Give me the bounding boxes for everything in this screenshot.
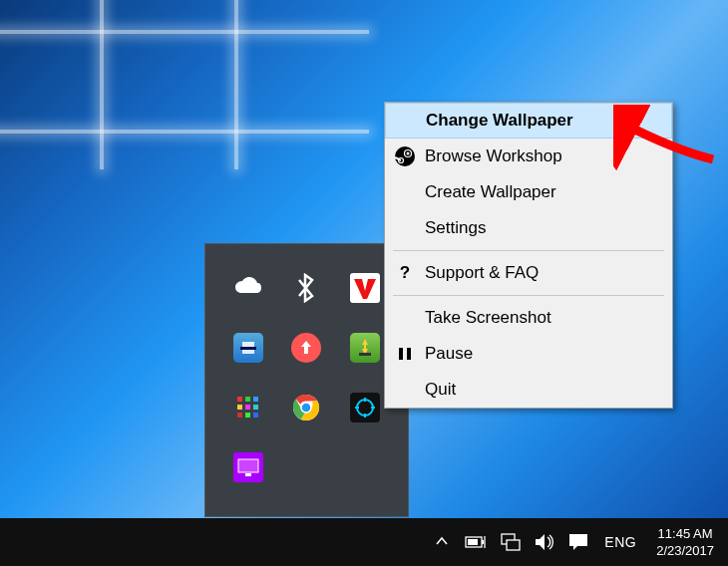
svg-rect-1 (240, 347, 256, 350)
menu-pause[interactable]: Pause (385, 336, 672, 372)
menu-browse-workshop[interactable]: Browse Workshop (385, 139, 672, 174)
tray-pixels-icon[interactable] (233, 393, 263, 423)
svg-rect-8 (253, 405, 258, 410)
pause-icon (385, 347, 425, 361)
tray-wallpaper-engine-icon[interactable] (350, 393, 380, 423)
tray-idm-icon[interactable] (350, 333, 380, 363)
network-icon[interactable] (501, 533, 521, 551)
clock-time: 11:45 AM (656, 525, 714, 542)
svg-rect-22 (399, 348, 403, 360)
tray-chrome-icon[interactable] (291, 393, 321, 423)
svg-rect-7 (245, 405, 250, 410)
menu-separator (393, 250, 664, 251)
menu-label: Settings (425, 218, 486, 238)
menu-take-screenshot[interactable]: Take Screenshot (385, 300, 672, 336)
tray-updater-icon[interactable] (291, 333, 321, 363)
volume-icon[interactable] (535, 533, 554, 551)
clock-date: 2/23/2017 (656, 542, 714, 559)
power-icon[interactable] (465, 534, 487, 550)
system-tray (459, 533, 594, 551)
menu-label: Take Screenshot (425, 308, 551, 328)
svg-rect-2 (359, 353, 371, 356)
svg-point-18 (395, 146, 415, 166)
menu-support-faq[interactable]: ? Support & FAQ (385, 255, 672, 291)
tray-overflow-popup (204, 243, 409, 517)
svg-rect-9 (237, 413, 242, 418)
menu-label: Create Wallpaper (425, 182, 556, 202)
svg-rect-4 (245, 397, 250, 402)
svg-rect-26 (468, 539, 478, 545)
svg-rect-6 (237, 405, 242, 410)
tray-onedrive-icon[interactable] (233, 273, 263, 303)
taskbar-clock[interactable]: 11:45 AM 2/23/2017 (646, 525, 724, 559)
svg-point-20 (407, 152, 410, 155)
svg-rect-17 (245, 473, 251, 476)
svg-rect-5 (253, 397, 258, 402)
menu-label: Pause (425, 344, 473, 364)
menu-label: Browse Workshop (425, 146, 562, 166)
tray-app-v-icon[interactable] (350, 273, 380, 303)
menu-settings[interactable]: Settings (385, 210, 672, 246)
steam-icon (385, 146, 425, 166)
language-indicator[interactable]: ENG (594, 534, 646, 550)
action-center-icon[interactable] (568, 533, 588, 551)
svg-point-15 (357, 400, 373, 416)
help-icon: ? (385, 263, 425, 283)
menu-label: Quit (425, 380, 456, 400)
svg-rect-3 (237, 397, 242, 402)
svg-rect-11 (253, 413, 258, 418)
menu-create-wallpaper[interactable]: Create Wallpaper (385, 174, 672, 210)
menu-change-wallpaper[interactable]: Change Wallpaper (385, 103, 672, 139)
context-menu: Change Wallpaper Browse Workshop Create … (384, 102, 673, 409)
svg-rect-23 (407, 348, 411, 360)
menu-label: Change Wallpaper (426, 111, 573, 131)
svg-rect-16 (238, 459, 258, 472)
svg-rect-25 (482, 540, 484, 544)
tray-bluetooth-icon[interactable] (291, 273, 321, 303)
tray-overflow-caret[interactable] (425, 534, 459, 551)
tray-monitor-icon[interactable] (233, 452, 263, 482)
svg-rect-10 (245, 413, 250, 418)
taskbar: ENG 11:45 AM 2/23/2017 (0, 518, 728, 566)
tray-intel-icon[interactable] (233, 333, 263, 363)
menu-label: Support & FAQ (425, 263, 539, 283)
menu-quit[interactable]: Quit (385, 372, 672, 408)
menu-separator (393, 295, 664, 296)
svg-rect-28 (507, 540, 520, 550)
